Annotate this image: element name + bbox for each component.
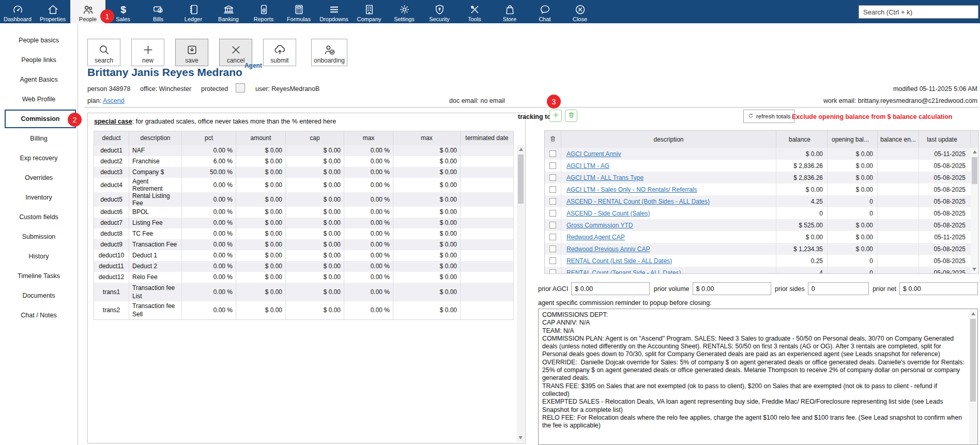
deduct-cell[interactable]: $ 0.00 <box>393 145 461 156</box>
deductions-scrollbar[interactable] <box>517 145 525 442</box>
deduct-cell[interactable]: $ 0.00 <box>393 250 461 261</box>
tracking-description-link[interactable]: AGCI LTM - ALL Trans Type <box>566 174 644 181</box>
nav-item-close[interactable]: Close <box>562 0 598 23</box>
deduct-cell[interactable] <box>461 145 514 156</box>
deduct-cell[interactable]: 0.00 % <box>344 250 393 261</box>
deduct-cell[interactable]: $ 0.00 <box>286 207 344 218</box>
deduct-cell[interactable]: 6.00 % <box>182 156 236 167</box>
tracking-description-link[interactable]: RENTAL Count (Tenant Side - ALL Dates) <box>566 269 681 274</box>
deduct-cell[interactable]: 0.00 % <box>344 228 393 239</box>
reminder-textarea[interactable]: COMMISSIONS DEPT: CAP ANNIV: N/A TEAM: N… <box>538 309 978 445</box>
deduct-cell[interactable] <box>461 301 514 320</box>
deduct-cell[interactable]: 0.00 % <box>182 145 236 156</box>
sidebar-item-overrides[interactable]: Overrides <box>0 168 78 188</box>
scroll-up-icon[interactable] <box>973 150 977 154</box>
deduct-cell[interactable]: 50.00 % <box>182 167 236 178</box>
tracking-row-checkbox[interactable] <box>549 269 556 274</box>
deduct-cell[interactable] <box>461 261 514 272</box>
deduct-cell[interactable] <box>461 192 514 207</box>
tracking-row-checkbox[interactable] <box>549 150 556 157</box>
deduct-cell[interactable]: $ 0.00 <box>393 228 461 239</box>
deduct-cell[interactable]: $ 0.00 <box>236 283 286 301</box>
sidebar-item-submission[interactable]: Submission <box>0 227 78 247</box>
plan-link[interactable]: Ascend <box>103 97 125 104</box>
global-search-input[interactable] <box>859 5 978 19</box>
nav-item-banking[interactable]: Banking <box>211 0 246 23</box>
deduct-cell[interactable]: 0.00 % <box>182 207 236 218</box>
prior-net-input[interactable] <box>899 282 978 295</box>
deduct-cell[interactable]: $ 0.00 <box>286 156 344 167</box>
deduct-cell[interactable]: $ 0.00 <box>286 301 344 320</box>
deduct-cell[interactable]: $ 0.00 <box>236 178 286 192</box>
tracking-row-checkbox[interactable] <box>549 257 556 264</box>
deduct-cell[interactable]: 0.00 % <box>182 228 236 239</box>
nav-item-tools[interactable]: Tools <box>457 0 492 23</box>
deduct-cell[interactable]: 0.00 % <box>182 192 236 207</box>
deduct-cell[interactable]: $ 0.00 <box>286 218 344 228</box>
prior-volume-input[interactable] <box>693 282 771 295</box>
new-button[interactable]: new <box>131 39 164 66</box>
deduct-cell[interactable]: 0.00 % <box>182 178 236 192</box>
deduct-cell[interactable]: 0.00 % <box>182 272 236 283</box>
nav-item-security[interactable]: Security <box>422 0 457 23</box>
tracking-row-checkbox[interactable] <box>549 234 556 240</box>
nav-item-settings[interactable]: Settings <box>387 0 422 23</box>
nav-item-formulas[interactable]: Formulas <box>281 0 316 23</box>
deduct-cell[interactable]: 0.00 % <box>344 207 393 218</box>
sidebar-item-exp-recovery[interactable]: Exp recovery <box>0 148 78 168</box>
deduct-cell[interactable] <box>461 218 514 228</box>
tracking-description-link[interactable]: Gross Commission YTD <box>566 222 633 229</box>
sidebar-item-agent-basics[interactable]: Agent Basics <box>0 70 78 89</box>
protected-checkbox[interactable] <box>236 83 245 93</box>
deduct-cell[interactable]: $ 0.00 <box>236 156 286 167</box>
deduct-cell[interactable]: $ 0.00 <box>286 178 344 192</box>
tracking-description-link[interactable]: RENTAL Count (List Side - ALL Dates) <box>566 257 672 265</box>
deduct-cell[interactable]: 0.00 % <box>344 167 393 178</box>
deduct-cell[interactable]: $ 0.00 <box>393 239 461 250</box>
tracking-description-link[interactable]: AGCI LTM - AG <box>566 162 609 170</box>
sidebar-item-commission[interactable]: Commission <box>5 110 76 128</box>
scroll-thumb[interactable] <box>970 319 976 402</box>
deduct-cell[interactable] <box>461 239 514 250</box>
deduct-cell[interactable] <box>461 283 514 301</box>
deduct-cell[interactable]: 0.00 % <box>182 239 236 250</box>
deduct-cell[interactable]: 0.00 % <box>344 239 393 250</box>
deduct-cell[interactable]: $ 0.00 <box>236 301 286 320</box>
deduct-cell[interactable]: $ 0.00 <box>286 250 344 261</box>
refresh-totals-button[interactable]: refresh totals <box>743 110 794 123</box>
tracking-description-link[interactable]: ASCEND - RENTAL Count (Both Sides - ALL … <box>566 198 710 205</box>
deduct-cell[interactable]: 0.00 % <box>182 218 236 228</box>
deduct-cell[interactable] <box>461 250 514 261</box>
deduct-cell[interactable]: 0.00 % <box>182 301 236 320</box>
deduct-cell[interactable]: 0.00 % <box>344 218 393 228</box>
deduct-cell[interactable]: $ 0.00 <box>236 207 286 218</box>
scroll-down-icon[interactable] <box>518 436 523 439</box>
deduct-cell[interactable]: $ 0.00 <box>393 261 461 272</box>
deduct-cell[interactable]: 0.00 % <box>344 192 393 207</box>
save-button[interactable]: save <box>175 39 208 66</box>
deduct-cell[interactable]: 0.00 % <box>182 261 236 272</box>
nav-item-dashboard[interactable]: Dashboard <box>0 0 35 23</box>
deduct-cell[interactable]: 0.00 % <box>182 250 236 261</box>
prior-agci-input[interactable] <box>571 282 650 295</box>
deduct-cell[interactable]: 0.00 % <box>344 301 393 320</box>
deduct-cell[interactable] <box>461 207 514 218</box>
sidebar-item-people-links[interactable]: People links <box>0 50 78 70</box>
prior-sides-input[interactable] <box>808 282 869 295</box>
deduct-cell[interactable]: $ 0.00 <box>286 272 344 283</box>
deduct-cell[interactable]: $ 0.00 <box>393 156 461 167</box>
scroll-down-icon[interactable] <box>972 268 976 271</box>
deduct-cell[interactable]: $ 0.00 <box>393 207 461 218</box>
tracking-row-checkbox[interactable] <box>549 210 556 217</box>
deduct-cell[interactable]: $ 0.00 <box>393 192 461 207</box>
nav-item-company[interactable]: Company <box>351 0 387 23</box>
nav-item-ledger[interactable]: Ledger <box>176 0 211 23</box>
deduct-cell[interactable]: $ 0.00 <box>286 283 344 301</box>
add-tracking-total-button[interactable] <box>549 110 562 122</box>
delete-tracking-total-button[interactable] <box>565 110 577 122</box>
deduct-cell[interactable]: $ 0.00 <box>286 228 344 239</box>
tracking-description-link[interactable]: AGCI Current Anniv <box>566 150 621 158</box>
deduct-cell[interactable]: 0.00 % <box>344 156 393 167</box>
sidebar-item-timeline-tasks[interactable]: Timeline Tasks <box>0 266 78 286</box>
deduct-cell[interactable]: $ 0.00 <box>393 301 461 320</box>
